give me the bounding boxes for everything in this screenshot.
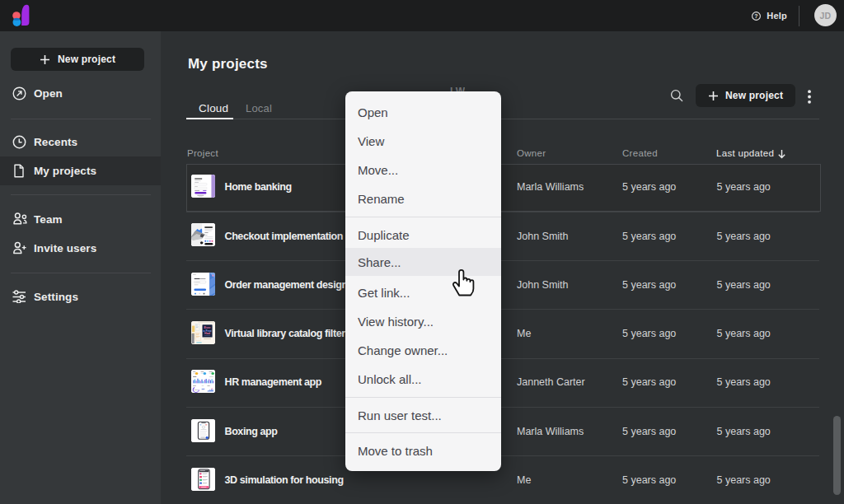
svg-text:?: ? [755, 13, 758, 19]
svg-text:Had: Had [204, 333, 210, 336]
